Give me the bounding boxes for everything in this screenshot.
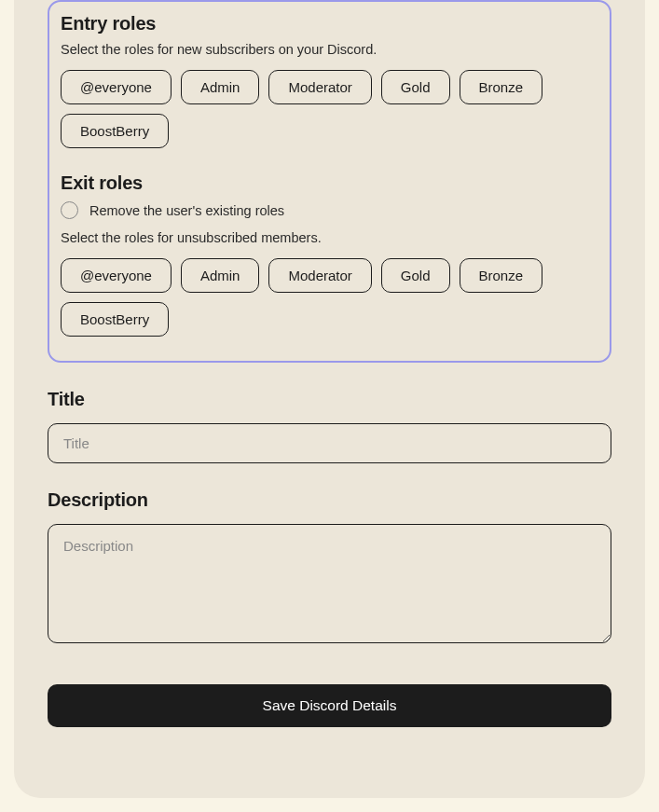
title-input[interactable] [48, 423, 611, 463]
exit-role-chip[interactable]: @everyone [61, 258, 172, 293]
entry-role-chip[interactable]: Gold [381, 70, 450, 104]
exit-role-chip[interactable]: BoostBerry [61, 302, 169, 337]
description-input[interactable] [48, 524, 611, 643]
entry-role-chip[interactable]: @everyone [61, 70, 172, 104]
radio-unchecked-icon[interactable] [61, 201, 78, 219]
exit-roles-title: Exit roles [61, 172, 598, 194]
remove-existing-roles-option[interactable]: Remove the user's existing roles [61, 201, 598, 219]
entry-roles-section: Entry roles Select the roles for new sub… [61, 13, 598, 148]
roles-panel: Entry roles Select the roles for new sub… [48, 0, 611, 363]
exit-role-chip[interactable]: Admin [181, 258, 260, 293]
entry-roles-title: Entry roles [61, 13, 598, 34]
entry-role-chip[interactable]: BoostBerry [61, 114, 169, 148]
remove-roles-label: Remove the user's existing roles [89, 203, 284, 218]
description-field-block: Description [48, 489, 611, 647]
entry-roles-description: Select the roles for new subscribers on … [61, 42, 598, 57]
entry-role-chip[interactable]: Bronze [460, 70, 543, 104]
exit-role-chip[interactable]: Bronze [460, 258, 543, 293]
exit-roles-description: Select the roles for unsubscribed member… [61, 230, 598, 245]
title-label: Title [48, 389, 611, 410]
entry-roles-chips: @everyone Admin Moderator Gold Bronze Bo… [61, 70, 598, 148]
save-button[interactable]: Save Discord Details [48, 684, 611, 727]
title-field-block: Title [48, 389, 611, 463]
exit-roles-chips: @everyone Admin Moderator Gold Bronze Bo… [61, 258, 598, 337]
exit-role-chip[interactable]: Moderator [268, 258, 371, 293]
description-label: Description [48, 489, 611, 511]
entry-role-chip[interactable]: Moderator [268, 70, 371, 104]
exit-roles-section: Exit roles Remove the user's existing ro… [61, 172, 598, 337]
exit-role-chip[interactable]: Gold [381, 258, 450, 293]
entry-role-chip[interactable]: Admin [181, 70, 260, 104]
